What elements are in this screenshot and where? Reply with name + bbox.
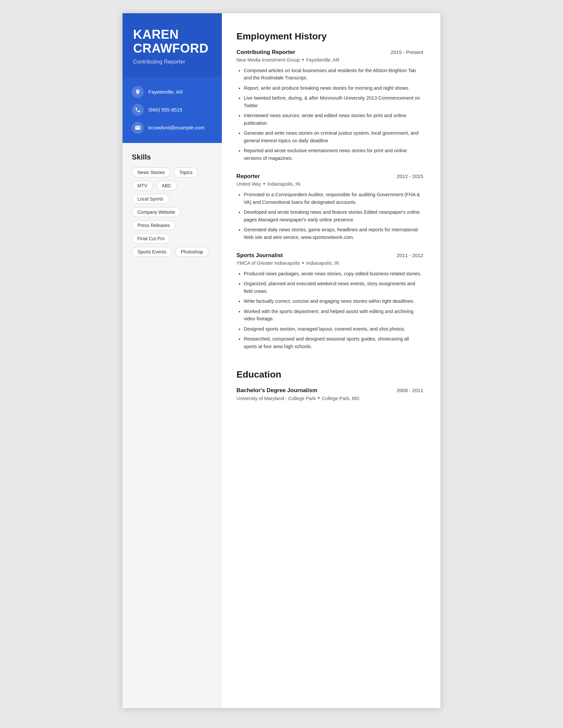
bullet-item: Designed sports section, managed layout,… [244,325,423,333]
bullet-item: Generate and write news stories on crimi… [244,129,423,144]
job-bullets: Produced news packages, wrote news stori… [236,270,423,350]
dot-separator: • [302,260,304,266]
job-dates: 2011 - 2012 [397,252,423,258]
job-title: Reporter [236,173,260,180]
job-header: Contributing Reporter2015 - Present [236,49,423,56]
dot-separator: • [263,181,265,187]
skill-tag: Press Releases [132,220,175,230]
contact-section: Fayetteville, AR (660) 555-8515 kcrawfor… [122,77,222,143]
bullet-item: Composed articles on local businesses an… [244,67,423,82]
skill-tag: Final Cut Pro [132,234,170,244]
job-title: Contributing Reporter [236,49,296,56]
location-item: Fayetteville, AR [132,86,212,98]
edu-header: Bachelor's Degree Journalism2008 - 2011 [236,387,423,394]
bullet-item: Worked with the sports department, and h… [244,308,423,323]
edu-degree: Bachelor's Degree Journalism [236,387,317,394]
candidate-name: KAREN CRAWFORD [133,28,211,56]
job-dates: 2012 - 2015 [397,173,423,179]
job-location: Indianapolis, IN [306,260,339,266]
job-company: United Way [236,181,261,187]
phone-text: (660) 555-8515 [148,107,182,113]
education-section-title: Education [236,366,423,380]
job-meta: YMCA of Greater Indianapolis•Indianapoli… [236,260,423,266]
edu-block: Bachelor's Degree Journalism2008 - 2011U… [236,387,423,402]
job-location: Fayetteville, AR [306,57,340,63]
skill-tag: Company Website [132,207,181,217]
education-container: Bachelor's Degree Journalism2008 - 2011U… [236,387,423,402]
email-item: kcrawford@example.com [132,122,212,134]
job-location: Indianapolis, IN [267,181,301,187]
job-company: New Media Investment Group [236,57,300,63]
bullet-item: Reported and wrote exclusive entertainme… [244,147,423,162]
skill-tag: Sports Events [132,247,172,257]
job-title: Sports Journalist [236,252,283,259]
bullet-item: Promoted to a Correspondent Auditor, res… [244,191,423,206]
dot-separator: • [318,395,320,402]
bullet-item: Researched, composed and designed season… [244,335,423,350]
dot-separator: • [302,57,304,63]
job-dates: 2015 - Present [391,49,423,55]
phone-item: (660) 555-8515 [132,104,212,116]
skill-tag: Topics [173,167,198,177]
bullet-item: Report, write and produce breaking news … [244,84,423,92]
email-text: kcrawford@example.com [148,125,204,130]
bullet-item: Interviewed news sources; wrote and edit… [244,112,423,127]
employment-section-title: Employment History [236,31,423,42]
jobs-container: Contributing Reporter2015 - PresentNew M… [236,49,423,350]
skill-tag: Photoshop [175,247,209,257]
job-block: Contributing Reporter2015 - PresentNew M… [236,49,423,162]
job-bullets: Promoted to a Correspondent Auditor, res… [236,191,423,241]
skills-title: Skills [132,153,212,161]
skill-tag: MTV [132,181,153,191]
email-icon [132,122,144,134]
skill-tag: News Stories [132,167,170,177]
edu-school: University of Maryland - College Park [236,396,316,401]
candidate-title: Contributing Reporter [133,59,211,65]
resume-container: KAREN CRAWFORD Contributing Reporter Fay… [122,13,441,708]
skills-tags: News StoriesTopicsMTVABCLocal SportsComp… [132,167,212,257]
bullet-item: Live tweeted before, during, & after Mon… [244,94,423,109]
location-text: Fayetteville, AR [148,89,183,95]
edu-location: College Park, MD [322,396,360,401]
edu-dates: 2008 - 2011 [397,387,423,393]
bullet-item: Produced news packages, wrote news stori… [244,270,423,277]
bullet-item: Organized, planned and executed weekend … [244,280,423,295]
skills-section: Skills News StoriesTopicsMTVABCLocal Spo… [122,143,222,708]
skill-tag: ABC [156,181,177,191]
main-content: Employment History Contributing Reporter… [222,13,441,708]
sidebar: KAREN CRAWFORD Contributing Reporter Fay… [122,13,222,708]
job-meta: United Way•Indianapolis, IN [236,181,423,187]
skill-tag: Local Sports [132,194,169,204]
job-bullets: Composed articles on local businesses an… [236,67,423,162]
edu-meta: University of Maryland - College Park•Co… [236,395,423,402]
job-block: Sports Journalist2011 - 2012YMCA of Grea… [236,252,423,350]
job-meta: New Media Investment Group•Fayetteville,… [236,57,423,63]
job-block: Reporter2012 - 2015United Way•Indianapol… [236,173,423,241]
sidebar-header: KAREN CRAWFORD Contributing Reporter [122,13,222,77]
job-company: YMCA of Greater Indianapolis [236,260,300,266]
bullet-item: Developed and wrote breaking news and fe… [244,208,423,223]
bullet-item: Generated daily news stories, game wraps… [244,226,423,241]
bullet-item: Write factually correct, concise and eng… [244,297,423,305]
job-header: Reporter2012 - 2015 [236,173,423,180]
job-header: Sports Journalist2011 - 2012 [236,252,423,259]
phone-icon [132,104,144,116]
location-icon [132,86,144,98]
